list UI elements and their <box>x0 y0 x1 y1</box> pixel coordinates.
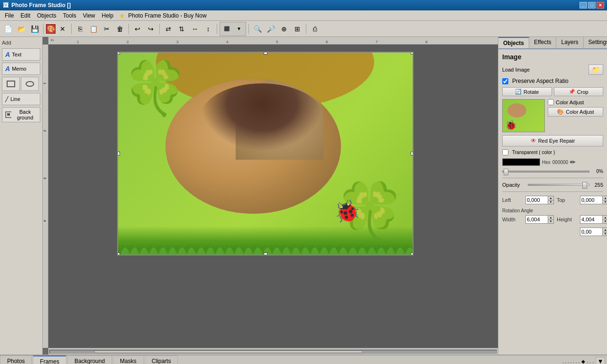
handle-bl[interactable] <box>117 253 120 255</box>
save-button[interactable]: 💾 <box>28 23 41 35</box>
zoom-out-button[interactable]: 🔎 <box>265 23 277 35</box>
flip4-button[interactable]: ↕ <box>202 23 214 35</box>
zoom-in-button[interactable]: 🔍 <box>251 23 264 35</box>
new-button[interactable]: 📄 <box>2 23 14 35</box>
tb-sep5 <box>217 24 217 34</box>
width-spin[interactable]: ▲ ▼ <box>548 216 553 223</box>
canvas-scrollbar-h[interactable] <box>48 348 498 355</box>
color-adjust-checkbox[interactable] <box>548 99 554 105</box>
color-button[interactable]: 🎨 <box>46 24 55 34</box>
delete-button[interactable]: 🗑 <box>114 23 126 35</box>
height-spin-down[interactable]: ▼ <box>602 220 607 224</box>
undo-button[interactable]: ↩ <box>131 23 144 35</box>
opacity-slider[interactable] <box>528 184 589 186</box>
redo-button[interactable]: ↪ <box>145 23 157 35</box>
cut-button[interactable]: ✂ <box>101 23 113 35</box>
tab-objects[interactable]: Objects <box>498 37 529 48</box>
menu-file[interactable]: File <box>2 11 17 20</box>
tab-effects[interactable]: Effects <box>529 37 556 48</box>
tb-sep6 <box>248 24 249 34</box>
maximize-button[interactable]: □ <box>588 2 596 9</box>
canvas-area[interactable]: 🍀 🍀 🐞 <box>48 45 498 348</box>
copy-button[interactable]: ⎘ <box>74 23 86 35</box>
menu-view[interactable]: View <box>80 11 98 20</box>
close-button[interactable]: ✕ <box>597 2 604 9</box>
color-slider[interactable] <box>502 171 589 173</box>
handle-bm[interactable] <box>264 253 267 255</box>
rotation-spin-down[interactable]: ▼ <box>602 232 607 236</box>
background-tool-button[interactable]: Back ground <box>2 107 40 122</box>
paste-button[interactable]: 📋 <box>87 23 100 35</box>
scrollbar-track[interactable] <box>49 350 497 354</box>
top-spin[interactable]: ▲ ▼ <box>602 196 607 204</box>
tab-layers[interactable]: Layers <box>556 37 583 48</box>
rotation-spin-up[interactable]: ▲ <box>602 228 607 232</box>
close-doc-button[interactable]: ✕ <box>56 23 69 35</box>
rotation-spin[interactable]: ▲ ▼ <box>602 228 607 236</box>
load-image-button[interactable]: 📁 <box>589 64 603 75</box>
height-spin[interactable]: ▲ ▼ <box>602 216 607 223</box>
top-input[interactable]: 0,000 ▲ ▼ <box>580 196 607 204</box>
rect-tool-button[interactable] <box>2 77 20 91</box>
tab-background[interactable]: Background <box>67 355 112 364</box>
handle-tr[interactable] <box>411 52 414 55</box>
handle-br[interactable] <box>411 253 414 255</box>
left-spin[interactable]: ▲ ▼ <box>548 196 553 204</box>
transparent-checkbox[interactable] <box>502 149 508 155</box>
handle-ml[interactable] <box>117 152 120 155</box>
line-tool-button[interactable]: ╱ Line <box>2 93 40 105</box>
memo-tool-button[interactable]: A Memo <box>2 63 40 75</box>
preserve-aspect-checkbox[interactable] <box>502 78 508 84</box>
width-spin-down[interactable]: ▼ <box>548 220 553 224</box>
color-preview[interactable] <box>502 158 540 166</box>
export-button[interactable]: ⎙ <box>309 23 321 35</box>
opacity-thumb[interactable] <box>582 182 587 189</box>
tab-masks[interactable]: Masks <box>113 355 144 364</box>
align-left-button[interactable]: ⬛ <box>221 23 233 35</box>
handle-tl[interactable] <box>117 52 120 55</box>
color-adjust-button[interactable]: 🎨 Color Adjust <box>548 107 603 117</box>
oval-tool-button[interactable] <box>21 77 39 91</box>
tab-cliparts[interactable]: Cliparts <box>145 355 178 364</box>
height-input[interactable]: 4,004 ▲ ▼ <box>580 215 607 224</box>
menu-edit[interactable]: Edit <box>18 11 33 20</box>
flip-h-button[interactable]: ⇄ <box>162 23 175 35</box>
zoom-100-button[interactable]: ⊕ <box>278 23 290 35</box>
add-label: Add <box>2 39 40 46</box>
left-spin-up[interactable]: ▲ <box>548 196 553 200</box>
rotate-button[interactable]: 🔄 Rotate <box>502 87 552 96</box>
titlebar-controls[interactable]: _ □ ✕ <box>579 2 604 9</box>
menu-tools[interactable]: Tools <box>60 11 79 20</box>
height-spin-up[interactable]: ▲ <box>602 216 607 220</box>
left-input[interactable]: 0,000 ▲ ▼ <box>525 196 554 204</box>
width-spin-up[interactable]: ▲ <box>548 216 553 220</box>
rotation-input[interactable]: 0,00 ▲ ▼ <box>580 228 607 236</box>
color-slider-thumb[interactable] <box>504 169 508 175</box>
menu-objects[interactable]: Objects <box>34 11 59 20</box>
menu-help[interactable]: Help <box>99 11 117 20</box>
tb-sep7 <box>306 24 306 34</box>
text-tool-button[interactable]: A Text <box>2 48 40 61</box>
handle-mr[interactable] <box>411 152 414 155</box>
width-input[interactable]: 6,004 ▲ ▼ <box>525 215 554 224</box>
scrollbar-thumb[interactable] <box>94 350 362 353</box>
crop-button[interactable]: 📌 Crop <box>554 87 604 96</box>
eyedropper-icon[interactable]: ✏ <box>570 158 576 166</box>
top-spin-down[interactable]: ▼ <box>602 200 607 204</box>
tab-settings[interactable]: Settings <box>584 37 607 48</box>
handle-tm[interactable] <box>264 52 267 55</box>
flip3-button[interactable]: ↔ <box>189 23 201 35</box>
align-right-button[interactable]: ▼ <box>233 23 245 35</box>
tab-photos[interactable]: Photos <box>0 355 32 364</box>
top-spin-up[interactable]: ▲ <box>602 196 607 200</box>
zoom-fit-button[interactable]: ⊞ <box>291 23 304 35</box>
open-button[interactable]: 📂 <box>15 23 28 35</box>
left-spin-down[interactable]: ▼ <box>548 200 553 204</box>
minimize-button[interactable]: _ <box>579 2 587 9</box>
tab-frames[interactable]: Frames <box>33 355 66 364</box>
scroll-down-button[interactable]: ▼ <box>596 357 605 364</box>
canvas-image[interactable]: 🍀 🍀 🐞 <box>117 52 414 255</box>
canvas-container[interactable]: in 1 2 3 4 5 6 7 8 1 2 3 4 <box>43 37 498 355</box>
red-eye-button[interactable]: 👁 Red Eye Repair <box>502 135 603 146</box>
flip-v-button[interactable]: ⇅ <box>175 23 188 35</box>
